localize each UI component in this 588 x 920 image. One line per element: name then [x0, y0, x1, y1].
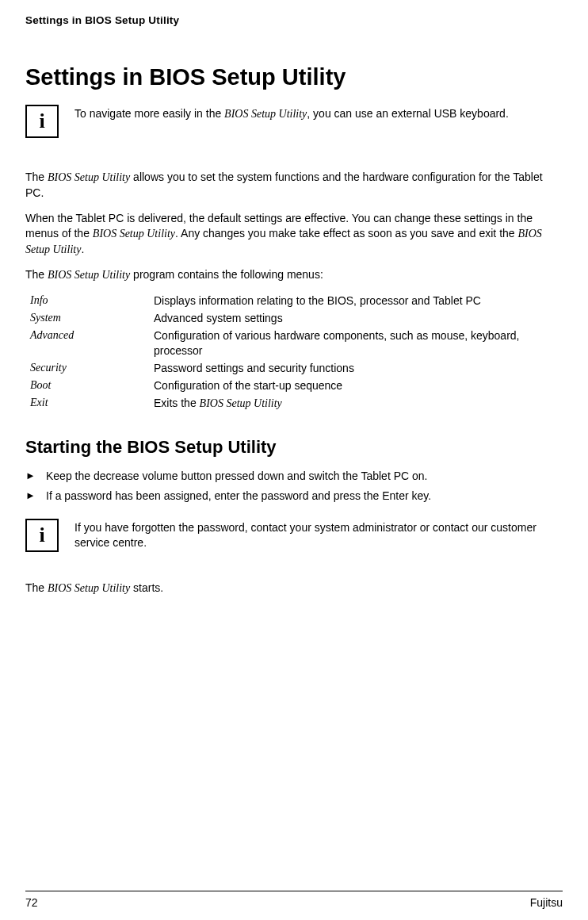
triangle-marker-icon: ► — [25, 469, 46, 483]
step-text: Keep the decrease volume button pressed … — [46, 469, 428, 485]
paragraph-4: The BIOS Setup Utility starts. — [25, 581, 563, 596]
info-i-letter: i — [39, 109, 44, 133]
step-list: ► Keep the decrease volume button presse… — [25, 469, 563, 504]
menu-desc: Password settings and security functions — [154, 361, 563, 376]
page-number: 72 — [25, 896, 38, 909]
info-note-2-text: If you have forgotten the password, cont… — [74, 519, 563, 550]
paragraph-1: The BIOS Setup Utility allows you to set… — [25, 170, 563, 201]
menu-desc: Configuration of various hardware compon… — [154, 328, 563, 358]
menu-term: Boot — [30, 378, 154, 393]
menu-desc: Configuration of the start-up sequence — [154, 378, 563, 393]
menu-desc: Displays information relating to the BIO… — [154, 293, 563, 309]
page-title: Settings in BIOS Setup Utility — [25, 64, 563, 90]
menu-row: Exit Exits the BIOS Setup Utility — [30, 396, 563, 412]
menu-term: Security — [30, 361, 154, 376]
info-note-1: i To navigate more easily in the BIOS Se… — [25, 105, 563, 138]
menu-table: Info Displays information relating to th… — [25, 293, 563, 411]
triangle-marker-icon: ► — [25, 489, 46, 503]
menu-row: Security Password settings and security … — [30, 361, 563, 376]
menu-row: Info Displays information relating to th… — [30, 293, 563, 309]
footer-divider — [25, 891, 563, 891]
menu-term: System — [30, 311, 154, 326]
paragraph-2: When the Tablet PC is delivered, the def… — [25, 211, 563, 258]
menu-term: Info — [30, 293, 154, 309]
menu-desc: Advanced system settings — [154, 311, 563, 326]
step-item: ► If a password has been assigned, enter… — [25, 489, 563, 504]
menu-row: System Advanced system settings — [30, 311, 563, 326]
brand-name: Fujitsu — [530, 896, 563, 909]
menu-row: Boot Configuration of the start-up seque… — [30, 378, 563, 393]
step-text: If a password has been assigned, enter t… — [46, 489, 431, 504]
step-item: ► Keep the decrease volume button presse… — [25, 469, 563, 485]
section-heading-starting: Starting the BIOS Setup Utility — [25, 437, 563, 458]
menu-row: Advanced Configuration of various hardwa… — [30, 328, 563, 358]
menu-term: Advanced — [30, 328, 154, 343]
info-i-letter: i — [39, 523, 44, 547]
menu-desc: Exits the BIOS Setup Utility — [154, 396, 563, 412]
info-note-2: i If you have forgotten the password, co… — [25, 519, 563, 552]
page-footer: 72 Fujitsu — [25, 891, 563, 909]
menu-term: Exit — [30, 396, 154, 411]
info-icon: i — [25, 519, 59, 552]
info-icon: i — [25, 105, 59, 138]
running-header: Settings in BIOS Setup Utility — [25, 14, 563, 26]
paragraph-3: The BIOS Setup Utility program contains … — [25, 267, 563, 283]
info-note-1-text: To navigate more easily in the BIOS Setu… — [74, 105, 509, 122]
